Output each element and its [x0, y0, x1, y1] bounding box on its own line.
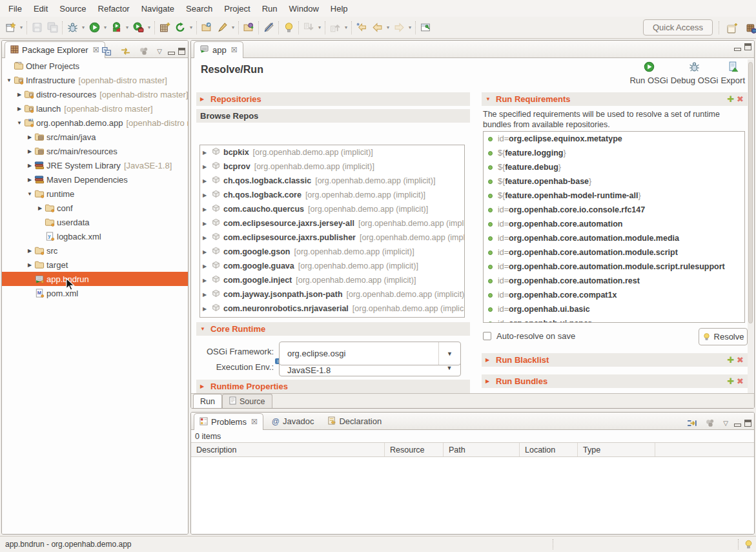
- add-blacklist-icon[interactable]: ✚: [727, 355, 734, 365]
- tab-source[interactable]: Source: [222, 394, 272, 408]
- osgi-framework-combo[interactable]: org.eclipse.osgi ▼: [279, 342, 461, 365]
- repo-item-com-google-gson[interactable]: ▶com.google.gson[org.openhab.demo.app (i…: [200, 245, 464, 259]
- tree-item-app-bndrun[interactable]: app.bndrun: [2, 272, 188, 286]
- dropdown-caret-icon[interactable]: ▾: [407, 25, 413, 30]
- update-maven-project-icon[interactable]: [172, 20, 188, 36]
- column-header-location[interactable]: Location: [520, 443, 578, 456]
- tree-item-runtime[interactable]: ▼runtime: [2, 187, 188, 201]
- remove-bundle-icon[interactable]: ✖: [737, 376, 744, 386]
- java-perspective-icon[interactable]: [744, 21, 756, 36]
- repo-item-ch-qos-logback-classic[interactable]: ▶ch.qos.logback.classic[org.openhab.demo…: [200, 174, 464, 188]
- tree-item-userdata[interactable]: userdata: [2, 215, 188, 229]
- requirement-item-org-openhab-ui-basic[interactable]: id=org.openhab.ui.basic: [484, 302, 744, 316]
- chevron-right-icon[interactable]: ▶: [203, 221, 211, 227]
- section-run-blacklist[interactable]: ▶ Run Blacklist ✚ ✖: [482, 353, 748, 367]
- close-icon[interactable]: ☒: [251, 418, 258, 426]
- lightbulb-icon[interactable]: [744, 539, 753, 551]
- requirement-item-feature-logging[interactable]: ${feature.logging}: [484, 146, 744, 160]
- chevron-down-icon[interactable]: ▼: [438, 342, 460, 365]
- tree-item-src-main-resources[interactable]: ▶src/main/resources: [2, 144, 188, 158]
- add-requirement-icon[interactable]: ✚: [727, 94, 734, 104]
- section-run-bundles[interactable]: ▶ Run Bundles ✚ ✖: [482, 374, 748, 388]
- menu-edit[interactable]: Edit: [28, 1, 54, 16]
- chevron-right-icon[interactable]: ▶: [15, 106, 24, 112]
- menu-help[interactable]: Help: [325, 1, 354, 16]
- view-menu-icon[interactable]: ▽: [721, 420, 730, 427]
- export-action-button[interactable]: Export: [720, 61, 745, 85]
- tree-item-infrastructure[interactable]: ▼Infrastructure[openhab-distro master]: [2, 73, 188, 87]
- column-header-resource[interactable]: Resource: [385, 443, 444, 456]
- requirement-item-org-openhab-ui-paper[interactable]: id=org.openhab.ui.paper: [484, 316, 744, 323]
- profile-icon[interactable]: [130, 20, 146, 36]
- auto-resolve-checkbox[interactable]: [483, 332, 491, 340]
- repo-item-com-neuronrobotics-nrjavaserial[interactable]: ▶com.neuronrobotics.nrjavaserial[org.ope…: [200, 302, 464, 316]
- requirement-item-feature-openhab-base[interactable]: ${feature.openhab-base}: [484, 174, 744, 189]
- chevron-right-icon[interactable]: ▶: [203, 278, 211, 283]
- dropdown-caret-icon[interactable]: ▾: [102, 25, 108, 30]
- coverage-icon[interactable]: [108, 20, 124, 36]
- debug-icon[interactable]: [65, 20, 80, 36]
- package-explorer-tab[interactable]: Package Explorer ☒: [5, 41, 105, 58]
- collapse-all-icon[interactable]: [99, 43, 114, 59]
- remove-blacklist-icon[interactable]: ✖: [737, 355, 744, 365]
- minimize-icon[interactable]: [733, 420, 741, 426]
- tree-item-launch[interactable]: ▶launch[openhab-distro master]: [2, 101, 188, 116]
- chevron-right-icon[interactable]: ▶: [15, 92, 24, 97]
- column-header-path[interactable]: Path: [444, 443, 520, 456]
- dropdown-caret-icon[interactable]: ▾: [18, 25, 25, 30]
- chevron-down-icon[interactable]: ▼: [5, 77, 14, 83]
- repo-item-bcprov[interactable]: ▶bcprov[org.openhab.demo.app (implicit)]: [200, 159, 464, 174]
- run-icon[interactable]: [87, 20, 102, 36]
- chevron-right-icon[interactable]: ▶: [203, 178, 211, 184]
- chevron-right-icon[interactable]: ▶: [203, 192, 211, 198]
- focus-on-active-task-icon[interactable]: [136, 43, 152, 59]
- tree-item-org-openhab-demo-app[interactable]: ▼MJorg.openhab.demo.app[openhab-distro m…: [2, 116, 188, 130]
- chevron-down-icon[interactable]: ▼: [15, 120, 24, 126]
- menu-file[interactable]: File: [3, 1, 28, 16]
- tab-run[interactable]: Run: [193, 394, 222, 408]
- chevron-right-icon[interactable]: ▶: [203, 235, 211, 241]
- editor-tab-app[interactable]: app ☒: [194, 41, 243, 58]
- resolve-button[interactable]: Resolve: [699, 328, 748, 345]
- chevron-right-icon[interactable]: ▶: [203, 292, 211, 298]
- column-header-description[interactable]: Description: [191, 443, 385, 456]
- menu-run[interactable]: Run: [256, 1, 283, 16]
- chevron-right-icon[interactable]: ▶: [25, 248, 34, 254]
- highlight-icon[interactable]: [214, 20, 230, 36]
- section-runtime-properties[interactable]: ▶ Runtime Properties: [196, 380, 470, 393]
- chevron-right-icon[interactable]: ▶: [25, 262, 34, 268]
- menu-window[interactable]: Window: [283, 1, 325, 16]
- menu-source[interactable]: Source: [54, 1, 92, 16]
- close-icon[interactable]: ☒: [231, 46, 238, 54]
- chevron-right-icon[interactable]: ▶: [25, 134, 34, 140]
- editor-scrollbar[interactable]: [748, 59, 753, 407]
- minimize-icon[interactable]: [167, 48, 175, 54]
- requirement-item-org-openhab-core-automation[interactable]: id=org.openhab.core.automation: [484, 217, 744, 231]
- tree-item-maven-dependencies[interactable]: ▶Maven Dependencies: [2, 172, 188, 187]
- requirement-item-org-openhab-core-automation-module-script-rulesupport[interactable]: id=org.openhab.core.automation.module.sc…: [484, 260, 744, 274]
- requirement-item-org-openhab-core-automation-module-script[interactable]: id=org.openhab.core.automation.module.sc…: [484, 245, 744, 260]
- minimize-icon[interactable]: [733, 44, 741, 50]
- debug-action-button[interactable]: Debug OSGi: [671, 61, 719, 85]
- dropdown-caret-icon[interactable]: ▾: [316, 25, 323, 30]
- back-icon[interactable]: [369, 20, 385, 36]
- tree-item-src-main-java[interactable]: ▶src/main/java: [2, 130, 188, 144]
- repo-item-bcpkix[interactable]: ▶bcpkix[org.openhab.demo.app (implicit)]: [200, 145, 464, 159]
- tree-item-distro-resources[interactable]: ▶distro-resources[openhab-distro master]: [2, 87, 188, 101]
- tree-item-pom-xml[interactable]: Mpom.xml: [2, 286, 188, 300]
- requirement-item-feature-debug[interactable]: ${feature.debug}: [484, 160, 744, 174]
- repo-item-com-jayway-jsonpath-json-path[interactable]: ▶com.jayway.jsonpath.json-path[org.openh…: [200, 287, 464, 302]
- chevron-right-icon[interactable]: ▶: [203, 249, 211, 255]
- tree-item-jre-system-library[interactable]: ▶JRE System Library[JavaSE-1.8]: [2, 158, 188, 172]
- maximize-icon[interactable]: [744, 420, 751, 427]
- repo-item-com-caucho-quercus[interactable]: ▶com.caucho.quercus[org.openhab.demo.app…: [200, 202, 464, 216]
- view-menu-icon[interactable]: ▽: [155, 48, 164, 55]
- requirement-item-feature-openhab-model-runtime-all[interactable]: ${feature.openhab-model-runtime-all}: [484, 189, 744, 203]
- menu-search[interactable]: Search: [180, 1, 218, 16]
- dropdown-caret-icon[interactable]: ▾: [343, 25, 349, 30]
- repo-item-com-google-inject[interactable]: ▶com.google.inject[org.openhab.demo.app …: [200, 273, 464, 287]
- dropdown-caret-icon[interactable]: ▾: [230, 25, 236, 30]
- remove-requirement-icon[interactable]: ✖: [737, 94, 744, 104]
- run-action-button[interactable]: Run OSGi: [629, 61, 668, 85]
- last-edit-location-icon[interactable]: [354, 20, 369, 36]
